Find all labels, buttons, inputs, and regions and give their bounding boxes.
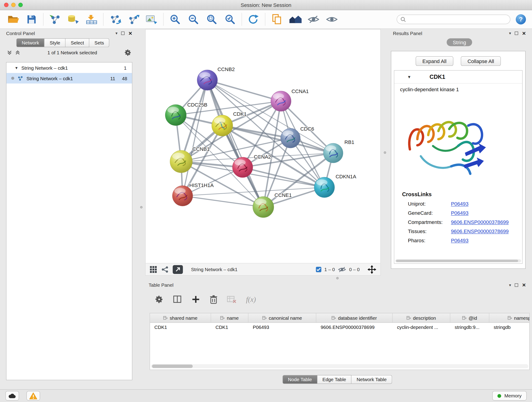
uniprot-link[interactable]: P06493: [451, 201, 469, 207]
network-node-CDK1[interactable]: [212, 115, 233, 136]
tissues-link[interactable]: 9606.ENSP00000378699: [451, 229, 509, 234]
cloud-button[interactable]: [6, 391, 19, 400]
network-node-CCNA2[interactable]: [232, 157, 253, 178]
pan-crosshair-icon[interactable]: [367, 265, 376, 274]
column-header[interactable]: name: [211, 313, 248, 322]
column-header[interactable]: shared name: [150, 313, 211, 322]
close-panel-icon[interactable]: ✕: [522, 283, 526, 288]
export-image-button[interactable]: [143, 12, 161, 27]
float-panel-icon[interactable]: [121, 32, 125, 35]
expand-all-button[interactable]: Expand All: [416, 56, 453, 66]
gene-section-header[interactable]: ▼ CDK1: [394, 70, 522, 83]
column-header[interactable]: canonical name: [248, 313, 316, 322]
horizontal-scrollbar[interactable]: [151, 364, 528, 368]
table-cell[interactable]: cyclin-dependent ...: [393, 323, 450, 332]
search-input[interactable]: [408, 17, 507, 22]
pharos-link[interactable]: P06493: [451, 238, 469, 243]
clone-network-button[interactable]: [124, 12, 143, 27]
collapse-all-tree-icon[interactable]: [15, 50, 20, 56]
tab-network[interactable]: Network: [16, 38, 44, 47]
selected-checkbox[interactable]: [316, 267, 321, 272]
network-node-CDC6[interactable]: [281, 128, 300, 148]
column-header[interactable]: database identifier: [316, 313, 393, 322]
collapse-panel-icon[interactable]: ▾: [509, 283, 511, 287]
memory-button[interactable]: Memory: [493, 391, 527, 400]
export-network-button[interactable]: [173, 265, 183, 274]
compartments-link[interactable]: 9606.ENSP00000378699: [451, 219, 509, 225]
collapse-panel-icon[interactable]: ▾: [509, 31, 511, 35]
gear-icon[interactable]: [124, 49, 132, 56]
zoom-out-button[interactable]: [184, 12, 203, 27]
float-panel-icon[interactable]: [515, 32, 518, 35]
tab-select[interactable]: Select: [66, 38, 89, 47]
section-scrollbar[interactable]: [395, 259, 521, 262]
function-builder-button[interactable]: f(x): [246, 295, 256, 304]
hide-annotations-button[interactable]: [304, 12, 323, 27]
warnings-button[interactable]: [27, 391, 40, 400]
column-header[interactable]: @id: [450, 313, 489, 322]
zoom-fit-button[interactable]: [203, 12, 221, 27]
table-cell[interactable]: CDK1: [150, 323, 211, 332]
close-window-button[interactable]: [4, 3, 8, 7]
tab-node-table[interactable]: Node Table: [283, 375, 317, 384]
left-splitter-handle[interactable]: [140, 206, 143, 208]
horizontal-splitter-handle[interactable]: [336, 277, 339, 279]
network-collection-row[interactable]: ▼ String Network – cdk1 1: [6, 63, 132, 73]
network-canvas[interactable]: CCNB2CCNA1CDC25BCDK1CDC6RB1CCNB1CCNA2CDK…: [146, 30, 380, 263]
scrollbar-thumb[interactable]: [152, 365, 193, 368]
new-network-button[interactable]: [106, 12, 124, 27]
show-graphics-details-button[interactable]: [286, 12, 304, 27]
network-node-CCNB2[interactable]: [197, 70, 217, 90]
network-node-HIST1H1A[interactable]: [172, 186, 193, 206]
network-node-CDKN1A[interactable]: [314, 177, 335, 198]
expand-all-tree-icon[interactable]: [7, 50, 12, 56]
table-cell[interactable]: CDK1: [211, 323, 248, 332]
table-cell[interactable]: stringdb:9...: [450, 323, 489, 332]
tab-edge-table[interactable]: Edge Table: [317, 375, 351, 384]
save-session-button[interactable]: [22, 12, 41, 27]
tree-expand-icon[interactable]: ▼: [15, 66, 18, 70]
network-node-CCNE1[interactable]: [253, 196, 274, 217]
zoom-window-button[interactable]: [18, 3, 23, 7]
add-row-plus-icon[interactable]: [191, 295, 200, 304]
section-collapse-icon[interactable]: ▼: [407, 75, 411, 79]
zoom-selected-button[interactable]: [221, 12, 239, 27]
select-columns-icon[interactable]: [173, 295, 182, 304]
zoom-in-button[interactable]: [166, 12, 184, 27]
refresh-layout-button[interactable]: [244, 12, 263, 27]
close-panel-icon[interactable]: ✕: [128, 31, 132, 36]
table-cell[interactable]: P06493: [248, 323, 316, 332]
table-row[interactable]: CDK1 CDK1 P06493 9606.ENSP00000378699 cy…: [150, 323, 530, 332]
network-node-CCNA1[interactable]: [271, 91, 291, 111]
tab-network-table[interactable]: Network Table: [351, 375, 392, 384]
hidden-eye-slash-icon[interactable]: [338, 266, 346, 273]
import-network-from-database-button[interactable]: [64, 12, 82, 27]
network-row[interactable]: String Network – cdk1 11 48: [6, 73, 132, 83]
table-cell[interactable]: 9606.ENSP00000378699: [316, 323, 393, 332]
copy-button[interactable]: [268, 12, 286, 27]
column-header[interactable]: namespace: [489, 313, 530, 322]
float-panel-icon[interactable]: [515, 283, 518, 287]
close-panel-icon[interactable]: ✕: [522, 31, 526, 36]
import-table-from-file-button[interactable]: [82, 12, 101, 27]
show-annotations-button[interactable]: [323, 12, 341, 27]
tab-style[interactable]: Style: [45, 38, 66, 47]
table-settings-gear-icon[interactable]: [155, 295, 164, 304]
open-session-button[interactable]: [4, 12, 22, 27]
collapse-panel-icon[interactable]: ▾: [115, 31, 118, 35]
collapse-all-button[interactable]: Collapse All: [461, 56, 501, 66]
network-edge-HIST1H1A-CCNE1[interactable]: [183, 196, 263, 207]
help-button[interactable]: ?: [516, 14, 526, 24]
minimize-window-button[interactable]: [11, 3, 16, 7]
network-node-CDC25B[interactable]: [165, 104, 186, 126]
import-network-from-file-button[interactable]: [46, 12, 64, 27]
delete-trash-icon[interactable]: [210, 295, 217, 304]
share-network-icon[interactable]: [161, 266, 169, 273]
tab-sets[interactable]: Sets: [89, 38, 109, 47]
network-node-CCNB1[interactable]: [170, 150, 192, 173]
network-node-RB1[interactable]: [323, 143, 343, 163]
column-header[interactable]: description: [393, 313, 450, 322]
table-cell[interactable]: stringdb: [489, 323, 530, 332]
genecard-link[interactable]: P06493: [451, 210, 469, 216]
tab-string[interactable]: String: [447, 38, 472, 46]
